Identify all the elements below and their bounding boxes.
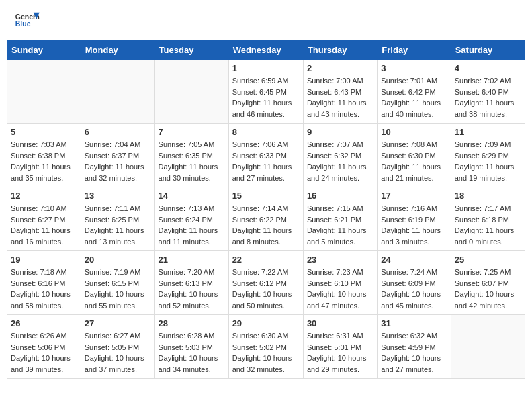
week-row-5: 26Sunrise: 6:26 AM Sunset: 5:06 PM Dayli… — [7, 315, 525, 379]
calendar-cell — [7, 60, 81, 124]
calendar-cell: 3Sunrise: 7:01 AM Sunset: 6:42 PM Daylig… — [378, 60, 451, 124]
day-info: Sunrise: 7:00 AM Sunset: 6:43 PM Dayligh… — [307, 75, 373, 120]
day-number: 29 — [232, 318, 300, 328]
weekday-header-wednesday: Wednesday — [228, 41, 303, 60]
day-number: 26 — [11, 318, 77, 328]
weekday-header-monday: Monday — [81, 41, 154, 60]
day-info: Sunrise: 7:06 AM Sunset: 6:33 PM Dayligh… — [232, 139, 300, 183]
day-info: Sunrise: 7:22 AM Sunset: 6:12 PM Dayligh… — [232, 267, 300, 311]
day-number: 18 — [455, 191, 521, 201]
weekday-header-saturday: Saturday — [451, 41, 525, 60]
page-header: General Blue — [7, 7, 525, 34]
calendar-cell: 6Sunrise: 7:04 AM Sunset: 6:37 PM Daylig… — [81, 124, 154, 187]
day-number: 19 — [11, 255, 77, 265]
day-number: 28 — [159, 318, 225, 328]
calendar-cell: 29Sunrise: 6:30 AM Sunset: 5:02 PM Dayli… — [228, 315, 303, 379]
calendar-cell: 15Sunrise: 7:14 AM Sunset: 6:22 PM Dayli… — [228, 187, 303, 251]
calendar-cell: 23Sunrise: 7:23 AM Sunset: 6:10 PM Dayli… — [303, 251, 377, 315]
weekday-header-row: SundayMondayTuesdayWednesdayThursdayFrid… — [7, 41, 525, 60]
day-info: Sunrise: 7:05 AM Sunset: 6:35 PM Dayligh… — [159, 139, 225, 183]
weekday-header-tuesday: Tuesday — [154, 41, 228, 60]
calendar-cell: 12Sunrise: 7:10 AM Sunset: 6:27 PM Dayli… — [7, 187, 81, 251]
calendar-cell: 19Sunrise: 7:18 AM Sunset: 6:16 PM Dayli… — [7, 251, 81, 315]
day-number: 1 — [232, 63, 300, 73]
day-info: Sunrise: 7:13 AM Sunset: 6:24 PM Dayligh… — [159, 203, 225, 247]
day-number: 25 — [455, 255, 521, 265]
calendar-cell: 26Sunrise: 6:26 AM Sunset: 5:06 PM Dayli… — [7, 315, 81, 379]
calendar-cell: 25Sunrise: 7:25 AM Sunset: 6:07 PM Dayli… — [451, 251, 525, 315]
logo: General Blue — [13, 10, 42, 30]
day-number: 13 — [85, 191, 151, 201]
day-info: Sunrise: 7:08 AM Sunset: 6:30 PM Dayligh… — [381, 139, 447, 183]
week-row-1: 1Sunrise: 6:59 AM Sunset: 6:45 PM Daylig… — [7, 60, 525, 124]
day-info: Sunrise: 7:23 AM Sunset: 6:10 PM Dayligh… — [307, 267, 373, 311]
calendar-cell: 16Sunrise: 7:15 AM Sunset: 6:21 PM Dayli… — [303, 187, 377, 251]
day-number: 30 — [307, 318, 373, 328]
day-info: Sunrise: 7:18 AM Sunset: 6:16 PM Dayligh… — [11, 267, 77, 311]
calendar-cell — [154, 60, 228, 124]
day-info: Sunrise: 7:24 AM Sunset: 6:09 PM Dayligh… — [381, 267, 447, 311]
weekday-header-thursday: Thursday — [303, 41, 377, 60]
day-info: Sunrise: 7:09 AM Sunset: 6:29 PM Dayligh… — [455, 139, 521, 183]
day-info: Sunrise: 7:14 AM Sunset: 6:22 PM Dayligh… — [232, 203, 300, 247]
day-info: Sunrise: 6:31 AM Sunset: 5:01 PM Dayligh… — [307, 330, 373, 375]
logo-icon: General Blue — [13, 10, 40, 30]
day-info: Sunrise: 6:32 AM Sunset: 4:59 PM Dayligh… — [381, 330, 447, 375]
calendar-cell: 24Sunrise: 7:24 AM Sunset: 6:09 PM Dayli… — [378, 251, 451, 315]
calendar-cell: 14Sunrise: 7:13 AM Sunset: 6:24 PM Dayli… — [154, 187, 228, 251]
day-number: 21 — [159, 255, 225, 265]
calendar-table: SundayMondayTuesdayWednesdayThursdayFrid… — [7, 40, 525, 379]
day-number: 16 — [307, 191, 373, 201]
calendar-cell: 17Sunrise: 7:16 AM Sunset: 6:19 PM Dayli… — [378, 187, 451, 251]
day-number: 9 — [307, 127, 373, 137]
day-info: Sunrise: 7:20 AM Sunset: 6:13 PM Dayligh… — [159, 267, 225, 311]
day-info: Sunrise: 7:15 AM Sunset: 6:21 PM Dayligh… — [307, 203, 373, 247]
day-info: Sunrise: 6:27 AM Sunset: 5:05 PM Dayligh… — [85, 330, 151, 375]
calendar-cell: 8Sunrise: 7:06 AM Sunset: 6:33 PM Daylig… — [228, 124, 303, 187]
day-info: Sunrise: 7:19 AM Sunset: 6:15 PM Dayligh… — [85, 267, 151, 311]
calendar-cell: 20Sunrise: 7:19 AM Sunset: 6:15 PM Dayli… — [81, 251, 154, 315]
calendar-cell: 30Sunrise: 6:31 AM Sunset: 5:01 PM Dayli… — [303, 315, 377, 379]
calendar-cell: 4Sunrise: 7:02 AM Sunset: 6:40 PM Daylig… — [451, 60, 525, 124]
calendar-cell: 31Sunrise: 6:32 AM Sunset: 4:59 PM Dayli… — [378, 315, 451, 379]
svg-text:Blue: Blue — [15, 19, 31, 28]
day-info: Sunrise: 7:25 AM Sunset: 6:07 PM Dayligh… — [455, 267, 521, 311]
calendar-cell: 2Sunrise: 7:00 AM Sunset: 6:43 PM Daylig… — [303, 60, 377, 124]
week-row-4: 19Sunrise: 7:18 AM Sunset: 6:16 PM Dayli… — [7, 251, 525, 315]
day-number: 6 — [85, 127, 151, 137]
day-number: 27 — [85, 318, 151, 328]
calendar-cell — [81, 60, 154, 124]
day-info: Sunrise: 6:30 AM Sunset: 5:02 PM Dayligh… — [232, 330, 300, 375]
week-row-2: 5Sunrise: 7:03 AM Sunset: 6:38 PM Daylig… — [7, 124, 525, 187]
calendar-cell: 27Sunrise: 6:27 AM Sunset: 5:05 PM Dayli… — [81, 315, 154, 379]
day-info: Sunrise: 7:02 AM Sunset: 6:40 PM Dayligh… — [455, 75, 521, 120]
day-info: Sunrise: 6:59 AM Sunset: 6:45 PM Dayligh… — [232, 75, 300, 120]
day-number: 24 — [381, 255, 447, 265]
day-info: Sunrise: 7:03 AM Sunset: 6:38 PM Dayligh… — [11, 139, 77, 183]
calendar-cell — [451, 315, 525, 379]
day-number: 12 — [11, 191, 77, 201]
day-number: 17 — [381, 191, 447, 201]
week-row-3: 12Sunrise: 7:10 AM Sunset: 6:27 PM Dayli… — [7, 187, 525, 251]
calendar-cell: 28Sunrise: 6:28 AM Sunset: 5:03 PM Dayli… — [154, 315, 228, 379]
calendar-cell: 22Sunrise: 7:22 AM Sunset: 6:12 PM Dayli… — [228, 251, 303, 315]
calendar-cell: 13Sunrise: 7:11 AM Sunset: 6:25 PM Dayli… — [81, 187, 154, 251]
day-number: 22 — [232, 255, 300, 265]
day-number: 8 — [232, 127, 300, 137]
weekday-header-friday: Friday — [378, 41, 451, 60]
day-number: 14 — [159, 191, 225, 201]
calendar-cell: 10Sunrise: 7:08 AM Sunset: 6:30 PM Dayli… — [378, 124, 451, 187]
day-info: Sunrise: 7:11 AM Sunset: 6:25 PM Dayligh… — [85, 203, 151, 247]
day-number: 4 — [455, 63, 521, 73]
calendar-cell: 7Sunrise: 7:05 AM Sunset: 6:35 PM Daylig… — [154, 124, 228, 187]
day-number: 15 — [232, 191, 300, 201]
calendar-cell: 18Sunrise: 7:17 AM Sunset: 6:18 PM Dayli… — [451, 187, 525, 251]
calendar-cell: 21Sunrise: 7:20 AM Sunset: 6:13 PM Dayli… — [154, 251, 228, 315]
day-number: 2 — [307, 63, 373, 73]
weekday-header-sunday: Sunday — [7, 41, 81, 60]
calendar-cell: 1Sunrise: 6:59 AM Sunset: 6:45 PM Daylig… — [228, 60, 303, 124]
day-number: 31 — [381, 318, 447, 328]
day-info: Sunrise: 6:26 AM Sunset: 5:06 PM Dayligh… — [11, 330, 77, 375]
day-info: Sunrise: 7:10 AM Sunset: 6:27 PM Dayligh… — [11, 203, 77, 247]
day-info: Sunrise: 7:07 AM Sunset: 6:32 PM Dayligh… — [307, 139, 373, 183]
